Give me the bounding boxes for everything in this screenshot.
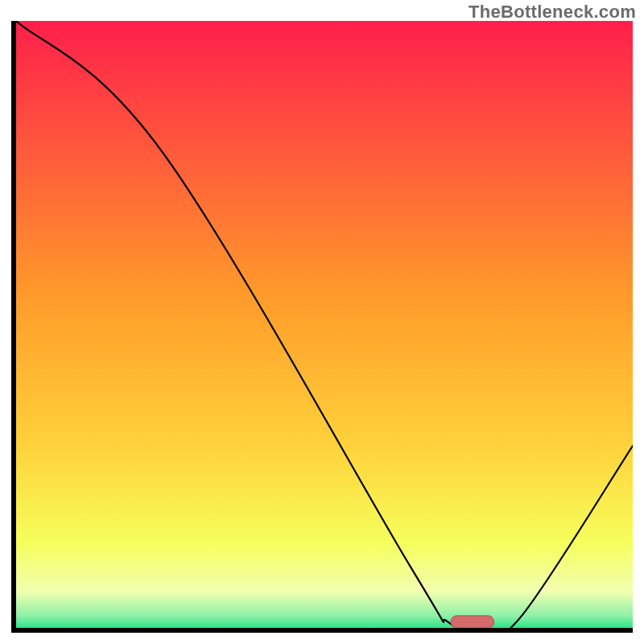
x-axis <box>11 628 633 633</box>
plot-frame <box>11 21 633 633</box>
plot-svg <box>16 21 633 628</box>
optimal-marker <box>451 616 494 628</box>
chart-stage: TheBottleneck.com <box>0 0 644 644</box>
watermark-text: TheBottleneck.com <box>469 2 636 23</box>
gradient-background <box>16 21 633 628</box>
